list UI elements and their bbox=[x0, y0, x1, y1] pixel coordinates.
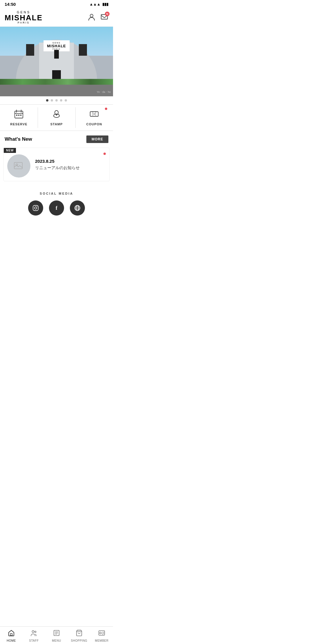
hero-image: GENS MISHALE PARIS Yo・da・ho bbox=[0, 27, 113, 96]
news-date: 2023.8.25 bbox=[35, 159, 101, 164]
news-thumbnail bbox=[7, 154, 30, 178]
battery-icon: ▮▮▮ bbox=[102, 2, 108, 6]
reserve-icon bbox=[14, 109, 23, 121]
whats-new-header: What's New MORE bbox=[0, 131, 113, 145]
stamp-button[interactable]: STAMP bbox=[38, 105, 75, 131]
svg-rect-17 bbox=[14, 162, 22, 169]
social-media-title: SOCIAL MEDIA bbox=[5, 192, 108, 195]
quick-actions: RESERVE STAMP COUPON bbox=[0, 104, 113, 131]
coupon-notification-dot bbox=[105, 108, 107, 110]
more-button[interactable]: MORE bbox=[86, 135, 108, 143]
news-card[interactable]: NEW 2023.8.25 リニューアルのお知らせ bbox=[3, 148, 110, 181]
social-media-section: SOCIAL MEDIA f bbox=[0, 184, 113, 221]
dot-3[interactable] bbox=[55, 99, 58, 102]
whats-new-title: What's New bbox=[5, 136, 32, 142]
profile-icon[interactable] bbox=[88, 13, 96, 22]
instagram-button[interactable] bbox=[28, 200, 43, 216]
svg-rect-19 bbox=[33, 205, 38, 211]
svg-point-21 bbox=[37, 206, 38, 207]
svg-point-0 bbox=[90, 14, 93, 17]
dot-2[interactable] bbox=[51, 99, 53, 102]
website-button[interactable] bbox=[70, 200, 85, 216]
coupon-icon bbox=[90, 109, 99, 121]
facebook-button[interactable]: f bbox=[49, 200, 64, 216]
news-text: リニューアルのお知らせ bbox=[35, 165, 101, 171]
brand-logo: GENS MISHALE PARIS bbox=[5, 11, 43, 24]
logo-mishale: MISHALE bbox=[5, 14, 43, 21]
wifi-icon: ▲▲▲ bbox=[89, 2, 101, 6]
notification-badge: N bbox=[105, 12, 110, 16]
svg-rect-7 bbox=[18, 115, 19, 116]
notification-icon[interactable]: N bbox=[100, 13, 108, 22]
svg-rect-8 bbox=[20, 115, 21, 116]
svg-rect-6 bbox=[16, 115, 17, 116]
reserve-label: RESERVE bbox=[10, 122, 27, 126]
carousel-dots bbox=[0, 96, 113, 104]
coupon-label: COUPON bbox=[86, 122, 102, 126]
reserve-button[interactable]: RESERVE bbox=[0, 105, 38, 131]
header: GENS MISHALE PARIS N bbox=[0, 8, 113, 27]
svg-point-20 bbox=[34, 207, 37, 209]
news-notification-dot bbox=[103, 153, 106, 155]
coupon-button[interactable]: COUPON bbox=[75, 105, 113, 131]
facebook-label: f bbox=[56, 205, 57, 211]
new-badge: NEW bbox=[4, 148, 16, 153]
header-actions: N bbox=[88, 13, 108, 22]
dot-1[interactable] bbox=[46, 99, 48, 102]
news-content: 2023.8.25 リニューアルのお知らせ bbox=[35, 159, 101, 171]
stamp-icon bbox=[52, 109, 61, 121]
status-icons: ▲▲▲ ▮▮▮ bbox=[89, 2, 108, 6]
status-bar: 14:50 ▲▲▲ ▮▮▮ bbox=[0, 0, 113, 8]
social-icons: f bbox=[5, 200, 108, 216]
svg-rect-12 bbox=[90, 112, 98, 116]
dot-5[interactable] bbox=[65, 99, 67, 102]
stamp-label: STAMP bbox=[50, 122, 63, 126]
status-time: 14:50 bbox=[5, 2, 16, 7]
dot-4[interactable] bbox=[60, 99, 62, 102]
